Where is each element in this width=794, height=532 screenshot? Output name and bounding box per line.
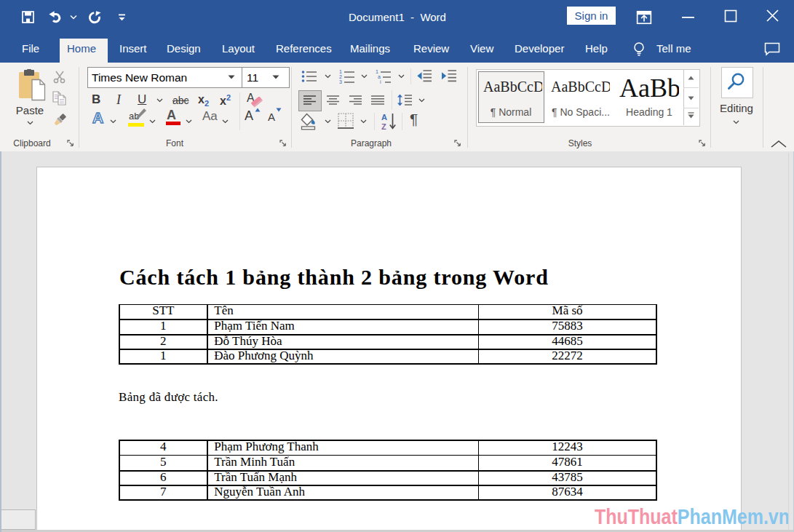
svg-text:A: A [381,113,387,122]
svg-text:1: 1 [339,69,342,74]
svg-text:a: a [378,74,381,79]
svg-text:3: 3 [339,79,342,84]
svg-text:Z: Z [381,122,386,130]
svg-text:1: 1 [376,69,378,74]
svg-text:i: i [380,79,381,84]
svg-text:2: 2 [339,74,342,79]
